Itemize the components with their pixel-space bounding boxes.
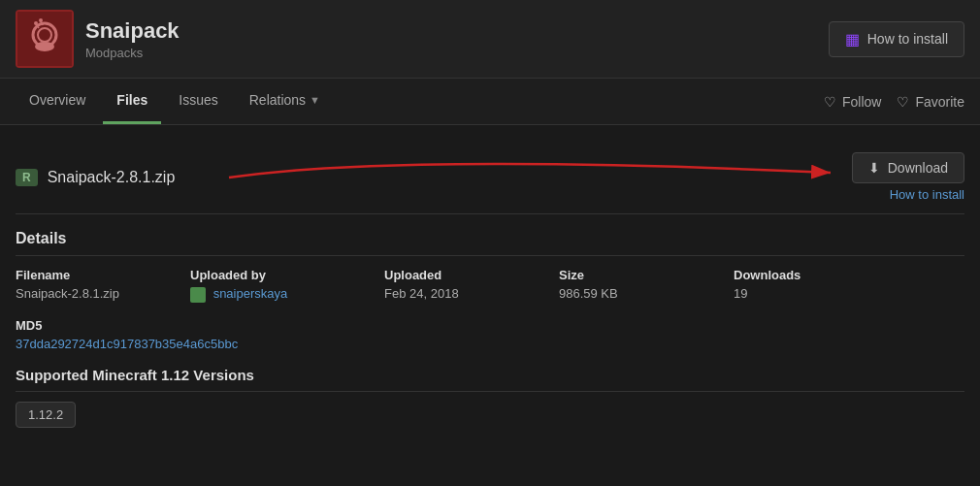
logo — [16, 10, 74, 68]
uploaded-by-col: Uploaded by snaiperskaya — [190, 268, 384, 303]
heart-icon: ♡ — [824, 94, 836, 110]
svg-point-7 — [39, 18, 43, 22]
uploaded-value: Feb 24, 2018 — [384, 286, 559, 301]
project-title: Snaipack — [85, 18, 180, 44]
nav-left: Overview Files Issues Relations ▼ — [16, 79, 334, 124]
versions-title: Supported Minecraft 1.12 Versions — [16, 367, 964, 392]
file-row: R Snaipack-2.8.1.zip ⬇ Download How to i… — [16, 141, 964, 214]
svg-rect-0 — [17, 12, 72, 66]
downloads-value: 19 — [734, 286, 908, 301]
twitch-icon: ▦ — [845, 30, 860, 49]
filename-col: Filename Snaipack-2.8.1.zip — [16, 268, 190, 303]
file-name: Snaipack-2.8.1.zip — [48, 169, 176, 186]
uploader-link[interactable]: snaiperskaya — [213, 286, 288, 301]
md5-label: MD5 — [16, 318, 964, 333]
svg-point-3 — [35, 42, 54, 51]
header-title: Snaipack Modpacks — [85, 18, 180, 60]
filename-value: Snaipack-2.8.1.zip — [16, 286, 190, 301]
size-value: 986.59 KB — [559, 286, 734, 301]
svg-point-6 — [34, 21, 38, 25]
header-how-to-install-label: How to install — [867, 31, 948, 47]
nav-item-overview[interactable]: Overview — [16, 79, 99, 124]
header-left: Snaipack Modpacks — [16, 10, 180, 68]
project-category: Modpacks — [85, 46, 180, 60]
md5-section: MD5 37dda292724d1c917837b35e4a6c5bbc — [16, 318, 964, 351]
arrow-annotation — [210, 148, 869, 197]
md5-value: 37dda292724d1c917837b35e4a6c5bbc — [16, 337, 964, 351]
version-badge: 1.12.2 — [16, 402, 76, 428]
file-right: ⬇ Download How to install — [852, 152, 964, 202]
downloads-col: Downloads 19 — [734, 268, 908, 303]
details-section: Details Filename Snaipack-2.8.1.zip Uplo… — [16, 230, 964, 351]
chevron-down-icon: ▼ — [310, 94, 320, 106]
versions-section: Supported Minecraft 1.12 Versions 1.12.2 — [16, 367, 964, 428]
file-left: R Snaipack-2.8.1.zip — [16, 169, 175, 186]
size-col: Size 986.59 KB — [559, 268, 734, 303]
details-title: Details — [16, 230, 964, 256]
uploaded-by-label: Uploaded by — [190, 268, 384, 282]
file-badge: R — [16, 169, 38, 186]
uploaded-by-value: snaiperskaya — [190, 286, 384, 303]
content: R Snaipack-2.8.1.zip ⬇ Download How to i… — [0, 125, 980, 443]
how-to-install-link[interactable]: How to install — [890, 187, 964, 202]
nav-item-relations[interactable]: Relations ▼ — [236, 79, 334, 124]
download-button[interactable]: ⬇ Download — [852, 152, 964, 183]
nav-right: ♡ Follow ♡ Favorite — [824, 94, 964, 110]
download-icon: ⬇ — [868, 160, 880, 176]
heart-icon: ♡ — [897, 94, 909, 110]
follow-button[interactable]: ♡ Follow — [824, 94, 881, 110]
header: Snaipack Modpacks ▦ How to install — [0, 0, 980, 79]
nav-item-issues[interactable]: Issues — [165, 79, 231, 124]
downloads-label: Downloads — [734, 268, 908, 282]
header-how-to-install-button[interactable]: ▦ How to install — [829, 21, 964, 57]
nav: Overview Files Issues Relations ▼ ♡ Foll… — [0, 79, 980, 125]
favorite-button[interactable]: ♡ Favorite — [897, 94, 964, 110]
nav-item-files[interactable]: Files — [103, 79, 161, 124]
uploaded-label: Uploaded — [384, 268, 559, 282]
details-grid: Filename Snaipack-2.8.1.zip Uploaded by … — [16, 268, 964, 303]
uploader-avatar-icon — [190, 287, 206, 303]
uploaded-col: Uploaded Feb 24, 2018 — [384, 268, 559, 303]
filename-label: Filename — [16, 268, 190, 282]
size-label: Size — [559, 268, 734, 282]
